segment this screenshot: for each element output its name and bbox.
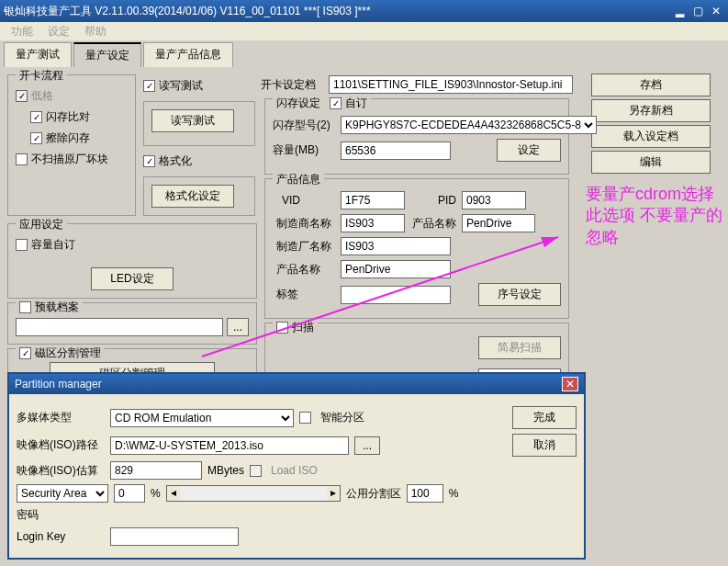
mm-type-label: 多媒体类型 (17, 410, 105, 425)
low-level-label: 低格 (31, 88, 53, 104)
iso-path-input[interactable] (110, 436, 349, 455)
tab-mp-product[interactable]: 量产产品信息 (143, 42, 233, 67)
tag-input[interactable] (341, 286, 451, 304)
prod-input[interactable] (462, 214, 535, 232)
menubar: 功能 设定 帮助 (0, 22, 728, 40)
product-info-title: 产品信息 (273, 172, 324, 187)
capacity-mb-label: 容量(MB) (273, 142, 335, 158)
slider-dec[interactable]: ◂ (167, 486, 180, 501)
prod2-input[interactable] (341, 260, 451, 278)
edit-button[interactable]: 编辑 (591, 151, 711, 174)
vid-input[interactable] (341, 191, 405, 209)
pct2: % (449, 487, 459, 500)
capacity-label: 容量自订 (31, 237, 75, 253)
card-setting-label: 开卡设定档 (261, 77, 323, 93)
partition-checkbox[interactable] (19, 347, 31, 359)
format-checkbox[interactable] (143, 155, 155, 167)
custom-checkbox[interactable] (330, 97, 342, 109)
tag-label: 标签 (273, 287, 335, 302)
set-button[interactable]: 设定 (497, 139, 561, 162)
dialog-close-button[interactable]: ✕ (562, 377, 578, 391)
mfg-label: 制造商名称 (273, 216, 335, 232)
iso-browse-button[interactable]: ... (354, 436, 380, 455)
menu-setting[interactable]: 设定 (40, 22, 77, 41)
rw-test-checkbox[interactable] (143, 80, 155, 92)
clear-flash-label: 擦除闪存 (46, 130, 90, 146)
mfg-input[interactable] (341, 214, 405, 232)
titlebar: 银灿科技量产工具 V2.11.00.39(2014/01/06) V116_00… (0, 0, 728, 22)
preload-path-input[interactable] (16, 318, 223, 336)
dialog-title-text: Partition manager (15, 378, 562, 391)
iso-est-label: 映像档(ISO)估算 (17, 463, 105, 479)
mm-type-select[interactable]: CD ROM Emulation (110, 409, 294, 427)
scan-checkbox[interactable] (276, 322, 288, 334)
serial-button[interactable]: 序号设定 (478, 283, 561, 306)
flash-type-select[interactable]: K9PHGY8S7C-ECDEDEA4A432326868C5C5-8 (341, 116, 597, 134)
rw-test-label: 读写测试 (159, 78, 203, 94)
login-key-label: Login Key (17, 530, 105, 543)
pub-area-label: 公用分割区 (346, 486, 401, 502)
security-area-select[interactable]: Security Area (17, 484, 108, 503)
dialog-titlebar: Partition manager ✕ (9, 374, 584, 394)
title-text: 银灿科技量产工具 V2.11.00.39(2014/01/06) V116_00… (4, 4, 669, 19)
smart-checkbox[interactable] (299, 412, 311, 424)
app-setting-title: 应用设定 (16, 217, 67, 232)
login-key-input[interactable] (110, 527, 239, 546)
partition-manager-dialog: Partition manager ✕ 多媒体类型 CD ROM Emulati… (7, 372, 586, 560)
clear-flash-checkbox[interactable] (30, 132, 42, 144)
pid-label: PID (410, 194, 456, 207)
simple-scan-button: 简易扫描 (478, 336, 561, 359)
custom-label: 自订 (345, 96, 367, 111)
card-setting-input[interactable] (329, 75, 573, 94)
load-button[interactable]: 载入设定档 (591, 125, 711, 148)
flash-compare-checkbox[interactable] (30, 111, 42, 123)
iso-path-label: 映像档(ISO)路径 (17, 437, 105, 453)
done-button[interactable]: 完成 (512, 406, 577, 429)
preload-checkbox[interactable] (19, 301, 31, 313)
smart-label: 智能分区 (320, 410, 364, 425)
slider-inc[interactable]: ▸ (327, 486, 340, 501)
load-iso-checkbox (250, 465, 262, 477)
pub-pct-input[interactable] (407, 484, 443, 503)
factory-label: 制造厂名称 (273, 239, 335, 255)
minimize-btn[interactable]: ▂ (671, 4, 688, 18)
iso-est-input[interactable] (110, 461, 202, 480)
no-scan-bad-checkbox[interactable] (16, 153, 28, 165)
security-pct-input[interactable] (114, 484, 145, 503)
tab-mp-test[interactable]: 量产测试 (4, 42, 72, 67)
tab-bar: 量产测试 量产设定 量产产品信息 (4, 42, 724, 67)
factory-input[interactable] (341, 237, 451, 255)
partition-label: 磁区分割管理 (35, 345, 101, 361)
format-button[interactable]: 格式化设定 (151, 185, 234, 208)
flash-type-label: 闪存型号(2) (273, 118, 335, 133)
flash-compare-label: 闪存比对 (46, 109, 90, 125)
annotation-text: 要量产cdrom选择此选项 不要量产的忽略 (586, 184, 723, 248)
rw-test-button[interactable]: 读写测试 (151, 109, 234, 132)
scan-label: 扫描 (292, 320, 314, 335)
capacity-checkbox[interactable] (16, 239, 28, 251)
save-button[interactable]: 存档 (591, 74, 711, 96)
low-level-checkbox (16, 90, 28, 102)
cancel-button[interactable]: 取消 (512, 434, 577, 457)
save-as-button[interactable]: 另存新档 (591, 99, 711, 122)
load-iso-label: Load ISO (271, 464, 318, 477)
menu-function[interactable]: 功能 (4, 22, 40, 41)
led-button[interactable]: LED设定 (91, 267, 174, 290)
no-scan-bad-label: 不扫描原厂坏块 (31, 152, 108, 167)
capacity-input[interactable] (341, 142, 451, 160)
prod2-label: 产品名称 (273, 262, 335, 277)
format-label: 格式化 (159, 153, 192, 169)
prod-label: 产品名称 (410, 216, 456, 232)
password-label: 密码 (17, 507, 105, 523)
flash-setting-label: 闪存设定 (276, 96, 320, 111)
pct1: % (151, 487, 161, 500)
menu-help[interactable]: 帮助 (77, 22, 114, 41)
tab-mp-setting[interactable]: 量产设定 (73, 42, 141, 67)
pid-input[interactable] (462, 191, 526, 209)
maximize-btn[interactable]: ▢ (689, 4, 706, 18)
close-btn[interactable]: ✕ (708, 4, 724, 18)
vid-label: VID (273, 194, 335, 207)
open-card-title: 开卡流程 (16, 68, 67, 84)
preload-browse-button[interactable]: ... (227, 318, 249, 336)
preload-label: 预载档案 (35, 300, 79, 315)
